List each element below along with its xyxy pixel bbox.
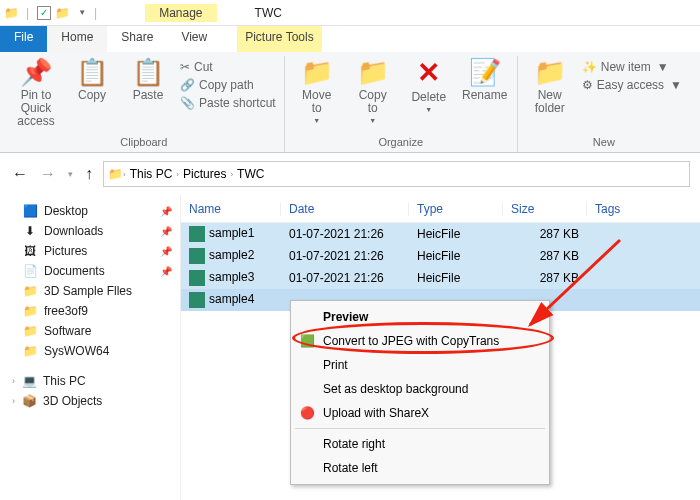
nav-icon: 🟦 (22, 204, 38, 218)
group-label-clipboard: Clipboard (120, 134, 167, 152)
chevron-down-icon: ▼ (425, 106, 432, 114)
nav-item[interactable]: 📁free3of9 (4, 301, 176, 321)
qat-dropdown-icon[interactable]: ▼ (78, 8, 86, 17)
properties-icon[interactable]: ✓ (37, 6, 51, 20)
label: Set as desktop background (323, 382, 468, 396)
label: Convert to JPEG with CopyTrans (323, 334, 499, 348)
nav-label: SysWOW64 (44, 344, 109, 358)
col-name[interactable]: Name (181, 202, 281, 216)
menu-item-print[interactable]: Print (293, 353, 547, 377)
label: New folder (535, 89, 565, 115)
file-row[interactable]: sample301-07-2021 21:26HeicFile287 KB (181, 267, 700, 289)
tab-file[interactable]: File (0, 26, 47, 52)
label: Copy (78, 89, 106, 102)
nav-label: 3D Sample Flles (44, 284, 132, 298)
nav-item[interactable]: 🟦Desktop📌 (4, 201, 176, 221)
column-headers: Name Date Type Size Tags (181, 195, 700, 223)
back-button[interactable]: ← (10, 165, 30, 183)
label: Paste shortcut (199, 96, 276, 110)
nav-label: Downloads (44, 224, 103, 238)
pin-icon: 📌 (20, 58, 52, 87)
folder-icon: 📁 (357, 58, 389, 87)
tab-share[interactable]: Share (107, 26, 167, 52)
menu-item-set-desktop-bg[interactable]: Set as desktop background (293, 377, 547, 401)
tab-picture-tools[interactable]: Picture Tools (237, 26, 321, 52)
label: Upload with ShareX (323, 406, 429, 420)
group-label-new: New (593, 134, 615, 152)
paste-button[interactable]: 📋 Paste (124, 58, 172, 102)
label: Print (323, 358, 348, 372)
nav-item[interactable]: ›💻This PC (4, 371, 176, 391)
pin-icon: 📌 (160, 266, 172, 277)
rename-button[interactable]: 📝 Rename (461, 58, 509, 102)
folder-icon: 📁 (108, 167, 123, 181)
nav-item[interactable]: 📁3D Sample Flles (4, 281, 176, 301)
nav-icon: 📁 (22, 324, 38, 338)
app-icon: 📁 (0, 6, 22, 20)
path-icon: 🔗 (180, 78, 195, 92)
nav-icon: 📦 (21, 394, 37, 408)
file-icon (189, 226, 205, 242)
file-date: 01-07-2021 21:26 (281, 227, 409, 241)
menu-item-preview[interactable]: Preview (293, 305, 547, 329)
chevron-icon: › (12, 376, 15, 386)
file-name: sample3 (209, 270, 254, 284)
nav-item[interactable]: 🖼Pictures📌 (4, 241, 176, 261)
col-date[interactable]: Date (281, 202, 409, 216)
menu-item-upload-sharex[interactable]: 🔴Upload with ShareX (293, 401, 547, 425)
copy-icon: 📋 (76, 58, 108, 87)
crumb[interactable]: This PC (126, 167, 177, 181)
pin-icon: 📌 (160, 246, 172, 257)
address-bar[interactable]: 📁 › This PC › Pictures › TWC (103, 161, 690, 187)
move-to-button[interactable]: 📁 Move to ▼ (293, 58, 341, 125)
menu-item-convert-jpeg[interactable]: 🟩Convert to JPEG with CopyTrans (293, 329, 547, 353)
navigation-pane[interactable]: 🟦Desktop📌⬇Downloads📌🖼Pictures📌📄Documents… (0, 195, 180, 500)
folder-icon: 📁 (534, 58, 566, 87)
qat-folder-icon[interactable]: 📁 (55, 6, 70, 20)
nav-label: Software (44, 324, 91, 338)
tab-view[interactable]: View (167, 26, 221, 52)
file-type: HeicFile (409, 271, 503, 285)
copy-path-button[interactable]: 🔗Copy path (180, 78, 276, 92)
col-size[interactable]: Size (503, 202, 587, 216)
col-tags[interactable]: Tags (587, 202, 647, 216)
crumb[interactable]: Pictures (179, 167, 230, 181)
col-type[interactable]: Type (409, 202, 503, 216)
label: Delete (411, 91, 446, 104)
file-row[interactable]: sample101-07-2021 21:26HeicFile287 KB (181, 223, 700, 245)
nav-item[interactable]: 📁SysWOW64 (4, 341, 176, 361)
forward-button[interactable]: → (38, 165, 58, 183)
file-size: 287 KB (503, 227, 587, 241)
crumb[interactable]: TWC (233, 167, 268, 181)
up-button[interactable]: ↑ (83, 165, 95, 183)
file-row[interactable]: sample201-07-2021 21:26HeicFile287 KB (181, 245, 700, 267)
manage-context-tab[interactable]: Manage (145, 4, 216, 22)
paste-shortcut-button[interactable]: 📎Paste shortcut (180, 96, 276, 110)
history-dropdown[interactable]: ▾ (66, 169, 75, 179)
nav-icon: 📁 (22, 304, 38, 318)
cut-button[interactable]: ✂Cut (180, 60, 276, 74)
label: New item (601, 60, 651, 74)
nav-label: 3D Objects (43, 394, 102, 408)
tab-home[interactable]: Home (47, 26, 107, 52)
menu-item-rotate-left[interactable]: Rotate left (293, 456, 547, 480)
label: Rotate right (323, 437, 385, 451)
nav-item[interactable]: 📄Documents📌 (4, 261, 176, 281)
chevron-down-icon: ▼ (670, 78, 682, 92)
file-icon (189, 248, 205, 264)
copy-to-button[interactable]: 📁 Copy to ▼ (349, 58, 397, 125)
copy-button[interactable]: 📋 Copy (68, 58, 116, 102)
new-item-button[interactable]: ✨New item▼ (582, 60, 682, 74)
pin-to-quick-access-button[interactable]: 📌 Pin to Quick access (12, 58, 60, 128)
nav-item[interactable]: ⬇Downloads📌 (4, 221, 176, 241)
nav-label: This PC (43, 374, 86, 388)
menu-item-rotate-right[interactable]: Rotate right (293, 432, 547, 456)
nav-item[interactable]: 📁Software (4, 321, 176, 341)
quick-access-toolbar: ✓ 📁 ▼ | (33, 6, 105, 20)
delete-button[interactable]: ✕ Delete ▼ (405, 58, 453, 114)
nav-item[interactable]: ›📦3D Objects (4, 391, 176, 411)
separator: | (22, 6, 33, 20)
new-folder-button[interactable]: 📁 New folder (526, 58, 574, 115)
easy-access-button[interactable]: ⚙Easy access▼ (582, 78, 682, 92)
file-type: HeicFile (409, 249, 503, 263)
